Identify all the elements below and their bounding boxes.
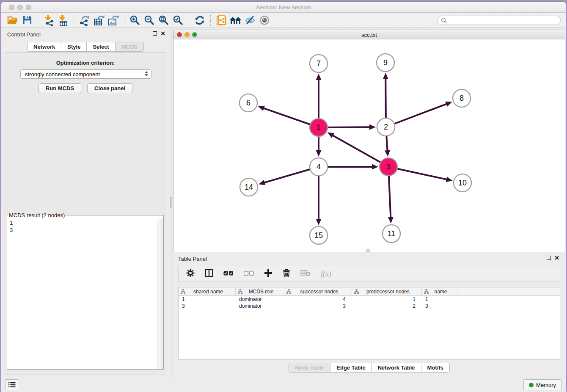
- search-input[interactable]: [447, 17, 553, 24]
- zoom-in-button[interactable]: [128, 14, 142, 27]
- memory-button[interactable]: Memory: [523, 379, 561, 390]
- optimization-criterion-label: Optimization criterion:: [5, 60, 166, 66]
- result-scrollbar[interactable]: [157, 219, 163, 369]
- save-icon: [22, 15, 32, 25]
- checked-boxes-icon: [223, 271, 234, 276]
- copy-network-icon: [216, 14, 227, 26]
- tab-edge-table[interactable]: Edge Table: [330, 363, 372, 372]
- edge-arrowhead: [259, 180, 265, 185]
- tab-motifs[interactable]: Motifs: [421, 363, 449, 372]
- save-session-button[interactable]: [20, 14, 34, 27]
- table-row[interactable]: 3dominator323: [179, 303, 560, 309]
- node-label: 3: [386, 163, 391, 171]
- column-header-MCDS-role[interactable]: MCDS role: [236, 287, 284, 295]
- delete-column-button[interactable]: [283, 269, 290, 279]
- select-all-button[interactable]: [223, 270, 234, 278]
- task-history-button[interactable]: [6, 379, 18, 390]
- attribute-icon: [354, 289, 359, 294]
- first-neighbors-button[interactable]: [228, 14, 243, 27]
- open-session-button[interactable]: [6, 14, 20, 27]
- node-label: 4: [317, 163, 321, 171]
- open-folder-icon: [7, 15, 18, 25]
- zoom-selected-button[interactable]: [171, 14, 185, 27]
- run-mcds-button[interactable]: Run MCDS: [39, 83, 81, 93]
- close-panel-icon[interactable]: ✕: [160, 31, 165, 36]
- eye-icon: [259, 15, 270, 25]
- criterion-dropdown[interactable]: strongly connected component: [20, 69, 151, 79]
- zoom-out-icon: [144, 15, 155, 26]
- network-graph: 7968124314101511: [173, 39, 566, 252]
- tab-network[interactable]: Network: [28, 42, 61, 51]
- deselect-all-button[interactable]: [244, 270, 254, 278]
- export-table-button[interactable]: [92, 14, 106, 27]
- table-settings-button[interactable]: [186, 269, 195, 279]
- float-panel-icon[interactable]: [547, 256, 551, 260]
- export-network-button[interactable]: [77, 14, 92, 27]
- node-label: 15: [314, 231, 323, 240]
- memory-status-icon: [529, 383, 534, 387]
- canvas-resize-grip[interactable]: [366, 249, 370, 252]
- status-bar: Memory: [1, 377, 566, 392]
- edge-arrowhead: [316, 219, 322, 225]
- table-cell: 3: [284, 303, 352, 309]
- refresh-layout-button[interactable]: [193, 14, 207, 27]
- table-toolbar: f(x): [178, 266, 560, 282]
- node-label: 8: [460, 94, 464, 102]
- tab-node-table[interactable]: Node Table: [289, 363, 330, 372]
- delete-table-button[interactable]: [300, 270, 311, 278]
- criterion-value: strongly connected component: [25, 71, 100, 77]
- tab-network-table[interactable]: Network Table: [372, 363, 421, 372]
- zoom-out-button[interactable]: [142, 14, 157, 27]
- tab-mcds[interactable]: MCDS: [116, 42, 143, 51]
- tab-style[interactable]: Style: [61, 42, 87, 51]
- column-header-shared-name[interactable]: shared name: [179, 287, 236, 295]
- table-body: 1dominator4113dominator323: [179, 296, 560, 309]
- edge-arrowhead: [388, 217, 394, 224]
- split-table-button[interactable]: [205, 269, 213, 279]
- graph-edge-3-1[interactable]: [332, 135, 388, 167]
- export-image-button[interactable]: [106, 14, 121, 27]
- zoom-in-icon: [129, 15, 140, 26]
- mcds-panel: Optimization criterion: strongly connect…: [5, 52, 166, 375]
- graph-edge-2-8[interactable]: [386, 104, 447, 127]
- mcds-result-title: MCDS result (2 nodes): [8, 212, 66, 218]
- column-header-name[interactable]: name: [422, 287, 457, 295]
- hide-details-button[interactable]: [243, 14, 257, 27]
- unchecked-boxes-icon: [244, 271, 254, 276]
- edge-arrowhead: [385, 150, 390, 157]
- tab-select[interactable]: Select: [87, 42, 115, 51]
- function-builder-button[interactable]: f(x): [321, 270, 331, 279]
- column-header-predecessor-nodes[interactable]: predecessor nodes: [352, 287, 422, 295]
- mcds-result-group: MCDS result (2 nodes) 1 3: [7, 212, 164, 370]
- edge-arrowhead: [316, 74, 322, 80]
- import-table-button[interactable]: [56, 14, 70, 27]
- copy-network-button[interactable]: [214, 14, 228, 27]
- splitter-grip[interactable]: [170, 197, 172, 208]
- control-panel-title: Control Panel: [7, 31, 41, 38]
- attribute-icon: [424, 289, 429, 294]
- main-toolbar: [1, 13, 566, 28]
- column-header-successor-nodes[interactable]: successor nodes: [284, 287, 352, 295]
- edge-arrowhead: [446, 177, 453, 182]
- table-header-row: shared nameMCDS rolesuccessor nodesprede…: [179, 287, 560, 296]
- close-panel-button[interactable]: Close panel: [87, 83, 132, 93]
- zoom-fit-button[interactable]: [157, 14, 171, 27]
- export-table-icon: [93, 14, 105, 26]
- vertical-splitter[interactable]: [170, 28, 173, 377]
- trash-icon: [283, 269, 290, 277]
- import-network-button[interactable]: [41, 14, 56, 27]
- mcds-result-list: 1 3: [7, 218, 163, 234]
- toolbar-separator: [74, 15, 74, 26]
- show-details-button[interactable]: [257, 14, 272, 27]
- add-column-button[interactable]: [264, 269, 272, 279]
- network-canvas[interactable]: 7968124314101511: [173, 39, 565, 252]
- search-field[interactable]: [437, 16, 561, 25]
- close-panel-icon[interactable]: ✕: [554, 256, 559, 260]
- attribute-icon: [181, 289, 185, 294]
- table-row[interactable]: 1dominator411: [179, 296, 560, 303]
- node-label: 1: [317, 123, 321, 132]
- float-panel-icon[interactable]: [153, 31, 157, 36]
- two-houses-icon: [229, 16, 242, 25]
- titlebar: Session: New Session: [1, 2, 566, 13]
- edge-arrowhead: [383, 73, 388, 79]
